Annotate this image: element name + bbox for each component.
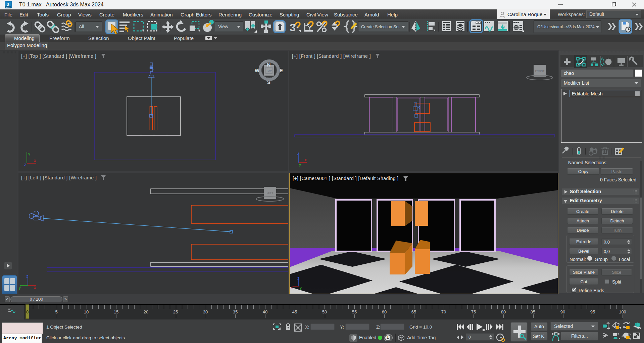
svg-text:x: x	[291, 285, 293, 290]
svg-text:z: z	[297, 152, 299, 156]
svg-text:z: z	[26, 274, 28, 278]
svg-text:y: y	[299, 162, 301, 167]
svg-text:x: x	[305, 158, 307, 162]
svg-text:z: z	[24, 162, 26, 167]
svg-text:z: z	[297, 276, 299, 281]
svg-text:3: 3	[290, 22, 296, 34]
svg-text:x: x	[34, 158, 36, 163]
svg-text:y: y	[19, 285, 21, 290]
svg-text:y: y	[300, 286, 302, 290]
svg-text:FRONT: FRONT	[535, 70, 545, 73]
svg-text:3: 3	[7, 2, 9, 7]
svg-text:TOP: TOP	[266, 69, 271, 72]
svg-text:MAX: MAX	[6, 7, 10, 8]
svg-text:N: N	[267, 62, 271, 68]
svg-text:W: W	[255, 68, 260, 73]
svg-text:y: y	[28, 152, 30, 156]
svg-text:x: x	[34, 285, 36, 290]
svg-text:S: S	[267, 79, 270, 85]
svg-text:E: E	[280, 68, 283, 73]
svg-text:LEFT: LEFT	[267, 191, 274, 195]
